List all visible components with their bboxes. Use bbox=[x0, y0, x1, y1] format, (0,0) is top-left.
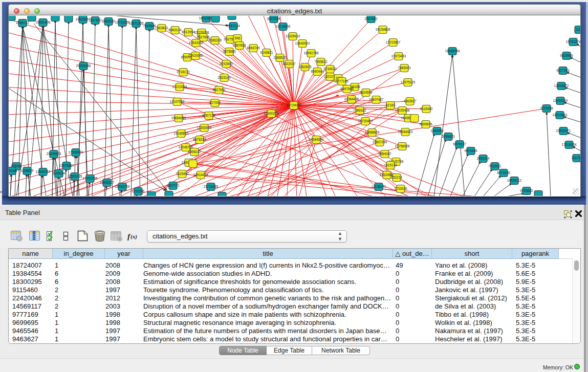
svg-text:12213369: 12213369 bbox=[172, 85, 187, 89]
svg-text:2867608: 2867608 bbox=[233, 43, 246, 47]
svg-text:2935114: 2935114 bbox=[477, 157, 490, 160]
svg-text:9899695: 9899695 bbox=[419, 122, 432, 126]
svg-text:116753: 116753 bbox=[571, 156, 580, 160]
svg-text:6966160: 6966160 bbox=[102, 19, 115, 23]
svg-text:6879197: 6879197 bbox=[453, 142, 466, 146]
svg-text:9329966: 9329966 bbox=[560, 54, 573, 57]
svg-text:1112: 1112 bbox=[575, 28, 580, 31]
svg-text:18724007: 18724007 bbox=[287, 103, 301, 107]
svg-text:12942757: 12942757 bbox=[36, 170, 51, 173]
svg-text:9777169: 9777169 bbox=[335, 79, 349, 83]
svg-text:12975115: 12975115 bbox=[401, 80, 416, 84]
svg-text:20691406: 20691406 bbox=[36, 20, 51, 24]
svg-text:(x): (x) bbox=[130, 233, 137, 240]
svg-text:11353594: 11353594 bbox=[197, 126, 212, 129]
svg-text:16961758: 16961758 bbox=[304, 51, 319, 55]
svg-text:15300275: 15300275 bbox=[264, 112, 279, 115]
svg-text:9242845: 9242845 bbox=[220, 62, 233, 65]
svg-text:1362615: 1362615 bbox=[298, 65, 312, 69]
svg-text:15592971: 15592971 bbox=[556, 129, 571, 133]
svg-text:16782759: 16782759 bbox=[115, 185, 130, 188]
svg-text:7663822: 7663822 bbox=[155, 26, 168, 30]
svg-text:7625402: 7625402 bbox=[176, 172, 189, 176]
svg-text:19584554: 19584554 bbox=[309, 138, 324, 141]
svg-text:15751074: 15751074 bbox=[566, 40, 580, 43]
svg-text:10107552: 10107552 bbox=[170, 100, 185, 103]
svg-text:4498222: 4498222 bbox=[188, 150, 201, 154]
svg-text:8813054: 8813054 bbox=[267, 17, 280, 20]
svg-text:8878334: 8878334 bbox=[193, 138, 206, 141]
svg-text:10688609: 10688609 bbox=[365, 130, 380, 134]
svg-text:9245652: 9245652 bbox=[520, 189, 533, 192]
svg-text:9327505: 9327505 bbox=[197, 35, 210, 39]
svg-text:7857224: 7857224 bbox=[227, 24, 240, 28]
svg-text:19218506: 19218506 bbox=[276, 25, 291, 28]
svg-text:20206573: 20206573 bbox=[47, 152, 61, 156]
svg-text:17957255: 17957255 bbox=[83, 177, 98, 180]
svg-text:10958107: 10958107 bbox=[100, 181, 115, 184]
svg-text:10025438: 10025438 bbox=[395, 108, 410, 112]
svg-text:17359924: 17359924 bbox=[69, 150, 83, 154]
svg-text:8427552: 8427552 bbox=[212, 88, 226, 92]
svg-text:11325419: 11325419 bbox=[286, 34, 300, 38]
svg-text:14914479: 14914479 bbox=[193, 173, 208, 177]
svg-text:9227343: 9227343 bbox=[556, 69, 570, 72]
svg-text:6497568: 6497568 bbox=[340, 87, 354, 91]
svg-text:19166825: 19166825 bbox=[174, 132, 189, 135]
svg-text:15716485: 15716485 bbox=[204, 185, 219, 188]
svg-text:1156829: 1156829 bbox=[21, 169, 34, 172]
svg-text:22420046: 22420046 bbox=[188, 54, 203, 57]
svg-text:817004: 817004 bbox=[209, 101, 221, 104]
svg-text:546: 546 bbox=[235, 36, 241, 40]
svg-text:8322037: 8322037 bbox=[282, 62, 296, 65]
svg-text:15807249: 15807249 bbox=[373, 140, 387, 144]
svg-text:2055712: 2055712 bbox=[16, 21, 29, 25]
svg-text:39154: 39154 bbox=[9, 169, 16, 172]
svg-text:9115460: 9115460 bbox=[420, 107, 433, 111]
svg-text:2718170: 2718170 bbox=[177, 70, 190, 74]
svg-text:8454749: 8454749 bbox=[247, 46, 260, 50]
svg-text:2087682: 2087682 bbox=[364, 17, 378, 20]
svg-text:5938923: 5938923 bbox=[442, 135, 455, 138]
svg-text:3875685: 3875685 bbox=[223, 50, 236, 53]
svg-text:14136141: 14136141 bbox=[372, 185, 386, 188]
svg-text:12505135: 12505135 bbox=[68, 174, 82, 178]
svg-text:13640910: 13640910 bbox=[295, 41, 310, 45]
svg-text:10671355: 10671355 bbox=[129, 21, 144, 25]
svg-text:4463627: 4463627 bbox=[403, 99, 417, 103]
svg-text:17016504: 17016504 bbox=[562, 143, 577, 146]
svg-text:1733426: 1733426 bbox=[394, 187, 407, 190]
svg-text:12444154: 12444154 bbox=[553, 99, 568, 102]
svg-text:1588520: 1588520 bbox=[273, 56, 287, 59]
svg-text:19654983: 19654983 bbox=[171, 116, 186, 120]
svg-text:1192346: 1192346 bbox=[132, 189, 145, 193]
svg-text:10807487: 10807487 bbox=[369, 98, 384, 101]
svg-text:12093872: 12093872 bbox=[554, 84, 569, 87]
svg-text:8912954: 8912954 bbox=[182, 30, 195, 34]
svg-text:3215958: 3215958 bbox=[540, 106, 553, 110]
svg-text:12213967: 12213967 bbox=[386, 40, 401, 44]
svg-text:10543392: 10543392 bbox=[189, 41, 204, 45]
svg-text:62160: 62160 bbox=[386, 103, 395, 107]
svg-text:16648784: 16648784 bbox=[445, 49, 460, 53]
svg-text:9734024: 9734024 bbox=[323, 67, 337, 71]
svg-text:15720407: 15720407 bbox=[358, 119, 373, 123]
svg-text:8471676: 8471676 bbox=[497, 171, 510, 174]
svg-text:10654112: 10654112 bbox=[507, 179, 522, 182]
svg-text:3624554: 3624554 bbox=[359, 91, 373, 94]
svg-text:10973493: 10973493 bbox=[391, 54, 406, 58]
svg-text:19654923: 19654923 bbox=[398, 130, 413, 134]
svg-text:9084067: 9084067 bbox=[378, 152, 391, 156]
svg-text:16154808: 16154808 bbox=[376, 28, 390, 31]
svg-text:8186328: 8186328 bbox=[208, 38, 222, 42]
svg-text:252214: 252214 bbox=[391, 176, 402, 179]
svg-text:9657771: 9657771 bbox=[166, 184, 180, 187]
svg-text:9146821: 9146821 bbox=[260, 51, 273, 54]
svg-text:7955812: 7955812 bbox=[314, 60, 328, 63]
svg-text:7632621: 7632621 bbox=[488, 164, 502, 168]
svg-text:8990444: 8990444 bbox=[311, 70, 324, 73]
svg-text:16210643: 16210643 bbox=[553, 113, 568, 117]
svg-text:7386322: 7386322 bbox=[353, 108, 366, 112]
svg-text:1440954: 1440954 bbox=[430, 129, 444, 133]
svg-text:1527602: 1527602 bbox=[89, 18, 102, 22]
